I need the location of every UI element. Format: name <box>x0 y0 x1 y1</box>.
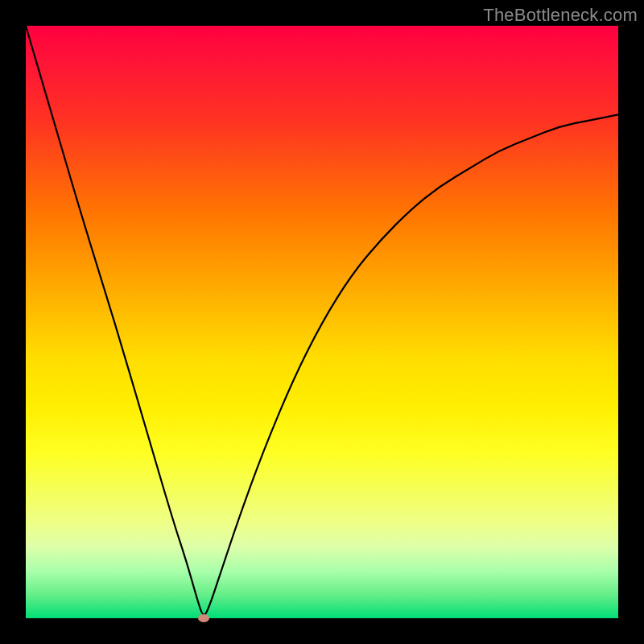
chart-frame: TheBottleneck.com <box>0 0 644 644</box>
bottleneck-curve <box>26 26 618 618</box>
watermark-text: TheBottleneck.com <box>483 5 638 26</box>
plot-area <box>26 26 618 618</box>
optimal-point-marker <box>198 614 209 622</box>
